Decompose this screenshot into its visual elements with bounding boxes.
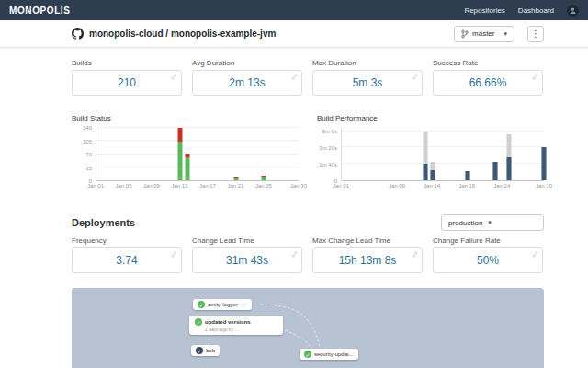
x-tick-label: Jan 21 xyxy=(227,183,243,189)
chevron-down-icon: ▾ xyxy=(503,30,507,38)
bar-segment-failed xyxy=(178,128,183,142)
breadcrumb[interactable]: monopolis-cloud / monopolis-example-jvm xyxy=(89,29,276,39)
link-icon[interactable] xyxy=(412,74,418,80)
x-tick-label: Jan 09 xyxy=(143,183,160,189)
metric-value: 31m 43s xyxy=(226,254,268,267)
stacked-bar xyxy=(233,128,238,180)
metric-box: 50% xyxy=(433,247,543,273)
plot-area xyxy=(341,128,544,181)
pipeline-node-label: bob xyxy=(206,348,215,353)
y-axis-labels: 03570105140 xyxy=(72,128,96,181)
x-tick-label: Jan 17 xyxy=(199,183,216,189)
metric-label: Max Change Lead Time xyxy=(312,236,423,245)
main-content: Builds 210 Avg Duration 2m 13s Max Durat… xyxy=(72,59,544,368)
x-tick-label: Jan 05 xyxy=(115,183,131,189)
pipeline-node-title-row: ✓ updated versions xyxy=(195,318,251,326)
user-avatar[interactable] xyxy=(567,5,579,17)
pipeline-node-subtext: 2 days ago by ... xyxy=(195,327,239,332)
chart-title: Build Status xyxy=(72,114,299,122)
gridline xyxy=(342,163,544,164)
metric-label: Max Duration xyxy=(312,59,423,67)
build-metrics-row: Builds 210 Avg Duration 2m 13s Max Durat… xyxy=(72,59,544,96)
metric-label: Change Lead Time xyxy=(192,236,302,245)
y-tick-label: 5m 0s xyxy=(322,129,337,134)
check-icon: ✓ xyxy=(198,301,205,308)
person-icon xyxy=(569,6,577,15)
x-axis-labels: Jan 01Jan 05Jan 09Jan 13Jan 17Jan 21Jan … xyxy=(96,181,299,192)
plot-area xyxy=(96,128,299,181)
x-tick-label: Jan 13 xyxy=(171,183,187,189)
navbar-links: Repositories Dashboard xyxy=(464,5,579,17)
branch-label: master xyxy=(472,29,494,38)
link-icon[interactable] xyxy=(171,251,177,258)
bar-avg xyxy=(542,147,547,180)
x-tick-label: Jan 25 xyxy=(255,183,272,189)
metric-value: 15h 13m 8s xyxy=(339,254,397,267)
metric-value: 66.66% xyxy=(469,76,507,89)
link-icon[interactable] xyxy=(291,251,298,258)
metric-change-lead-time: Change Lead Time 31m 43s xyxy=(192,236,302,273)
metric-box: 31m 43s xyxy=(192,247,302,273)
metric-value: 50% xyxy=(477,254,499,267)
gridline xyxy=(96,167,299,167)
metric-box: 66.66% xyxy=(433,70,543,96)
nav-link-repositories[interactable]: Repositories xyxy=(464,6,504,15)
commit-icon: ✓ xyxy=(196,347,203,354)
bar-segment-success xyxy=(185,157,189,180)
gridline xyxy=(342,146,544,147)
link-icon[interactable] xyxy=(532,74,538,80)
metric-label: Success Rate xyxy=(433,59,543,67)
metric-box: 15h 13m 8s xyxy=(312,247,423,273)
bar-avg xyxy=(507,157,512,180)
github-icon xyxy=(72,28,84,40)
kebab-icon: ⋮ xyxy=(531,29,540,39)
gridline xyxy=(96,154,299,155)
build-performance-panel: Build Performance 01m 40s3m 20s5m 0s Jan… xyxy=(317,114,544,192)
environment-select[interactable]: production ▾ xyxy=(441,214,544,231)
metric-label: Builds xyxy=(72,59,182,67)
x-tick-label: Jan 24 xyxy=(493,183,510,189)
pipeline-node-bob[interactable]: ✓ bob xyxy=(191,345,220,356)
bar-avg xyxy=(492,162,497,180)
deployments-header: Deployments production ▾ xyxy=(72,214,544,231)
y-tick-label: 105 xyxy=(83,139,92,144)
metric-label: Change Failure Rate xyxy=(433,236,543,245)
check-icon: ✓ xyxy=(304,351,311,358)
brand-logo[interactable]: MONOPOLIS xyxy=(9,6,71,16)
pipeline-node-label: amity-logger xyxy=(208,302,238,307)
x-tick-label: Jan 30 xyxy=(290,183,307,189)
metric-builds: Builds 210 xyxy=(72,59,182,96)
link-icon[interactable] xyxy=(291,74,298,80)
bar-segment-success xyxy=(233,178,238,180)
metric-avg-duration: Avg Duration 2m 13s xyxy=(192,59,302,96)
git-branch-icon xyxy=(461,29,469,39)
x-tick-label: Jan 19 xyxy=(458,183,475,189)
repo-menu-button[interactable]: ⋮ xyxy=(527,26,544,42)
pipeline-node-security-update[interactable]: ✓ security-updat... xyxy=(300,349,358,360)
y-tick-label: 3m 20s xyxy=(319,145,337,151)
metric-box: 2m 13s xyxy=(192,70,302,96)
nav-link-dashboard[interactable]: Dashboard xyxy=(518,6,554,15)
section-title: Deployments xyxy=(72,217,135,228)
y-axis-labels: 01m 40s3m 20s5m 0s xyxy=(317,128,341,181)
link-icon[interactable] xyxy=(171,74,177,80)
check-icon: ✓ xyxy=(195,318,202,326)
metric-label: Avg Duration xyxy=(192,59,302,67)
build-status-chart: 03570105140 Jan 01Jan 05Jan 09Jan 13Jan … xyxy=(72,128,299,192)
y-tick-label: 140 xyxy=(83,125,92,131)
environment-value: production xyxy=(448,219,482,227)
pipeline-graph-panel: ✓ amity-logger ✓ updated versions 2 days… xyxy=(72,288,544,368)
pipeline-node-updated-versions[interactable]: ✓ updated versions 2 days ago by ... xyxy=(189,316,283,335)
metric-value: 5m 3s xyxy=(353,76,383,89)
bar-segment-success xyxy=(262,177,266,180)
y-tick-label: 35 xyxy=(85,166,92,171)
y-tick-label: 1m 40s xyxy=(319,162,337,167)
gridline xyxy=(342,131,544,132)
charts-row: Build Status 03570105140 Jan 01Jan 05Jan… xyxy=(72,114,544,192)
branch-selector[interactable]: master ▾ xyxy=(454,26,514,42)
link-icon[interactable] xyxy=(412,251,418,258)
y-tick-label: 70 xyxy=(85,152,92,157)
link-icon[interactable] xyxy=(532,251,538,258)
pipeline-node-amity-logger[interactable]: ✓ amity-logger xyxy=(193,299,252,310)
gridline xyxy=(96,127,299,128)
